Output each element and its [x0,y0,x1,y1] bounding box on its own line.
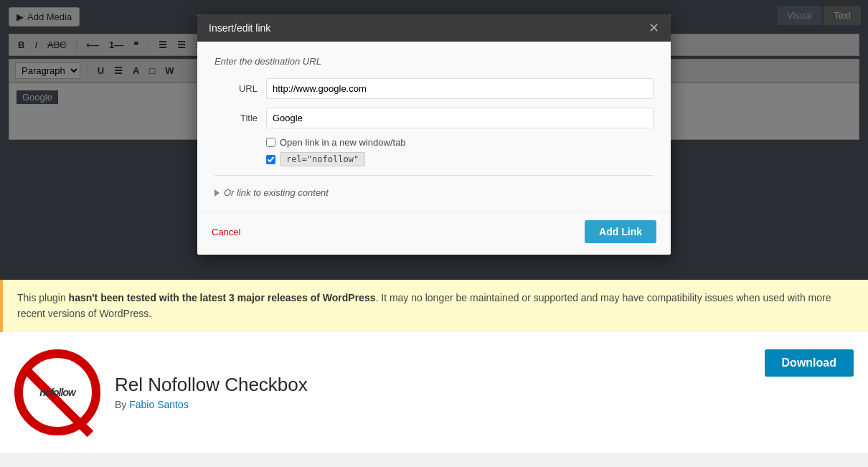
nofollow-badge: rel="nofollow" [280,152,365,166]
triangle-icon [214,189,220,197]
url-input[interactable] [266,78,654,99]
modal-close-button[interactable]: ✕ [648,22,659,34]
plugin-section: nofollow Rel Nofollow Checkbox By Fabio … [0,332,868,453]
new-window-row: Open link in a new window/tab [266,137,654,148]
url-row: URL [214,78,654,99]
nofollow-row: rel="nofollow" [266,152,654,166]
nofollow-checkbox[interactable] [266,155,275,164]
modal-title: Insert/edit link [209,22,270,34]
modal-section-title: Enter the destination URL [214,56,654,67]
warning-text-bold: hasn't been tested with the latest 3 maj… [69,292,376,303]
cancel-button[interactable]: Cancel [212,227,240,237]
modal-header: Insert/edit link ✕ [197,14,671,42]
modal-footer: Cancel Add Link [197,212,671,255]
by-label: By [115,399,126,410]
plugin-name: Rel Nofollow Checkbox [115,374,750,396]
plugin-info: Rel Nofollow Checkbox By Fabio Santos [115,374,750,410]
insert-edit-link-modal: Insert/edit link ✕ Enter the destination… [197,14,671,255]
new-window-checkbox[interactable] [266,138,275,147]
warning-banner: This plugin hasn't been tested with the … [0,280,868,332]
plugin-icon-wrap: nofollow [14,349,100,435]
plugin-by: By Fabio Santos [115,399,750,410]
editor-area: Visual Text ▶ Add Media B I ABC | •— 1— … [0,0,868,280]
warning-text-before: This plugin [17,292,69,303]
url-label: URL [214,83,258,94]
modal-overlay: Insert/edit link ✕ Enter the destination… [0,0,868,280]
or-link-row[interactable]: Or link to existing content [214,184,654,201]
new-window-label: Open link in a new window/tab [280,137,406,148]
title-input[interactable] [266,108,654,128]
or-link-label: Or link to existing content [224,187,329,198]
no-sign-icon: nofollow [14,349,100,435]
modal-body: Enter the destination URL URL Title Open… [197,42,671,212]
no-sign-text: nofollow [39,387,75,398]
title-label: Title [214,113,258,123]
add-link-button[interactable]: Add Link [585,220,656,243]
download-button[interactable]: Download [765,349,854,377]
title-row: Title [214,108,654,128]
modal-divider [214,175,654,176]
plugin-author-link[interactable]: Fabio Santos [129,399,189,410]
